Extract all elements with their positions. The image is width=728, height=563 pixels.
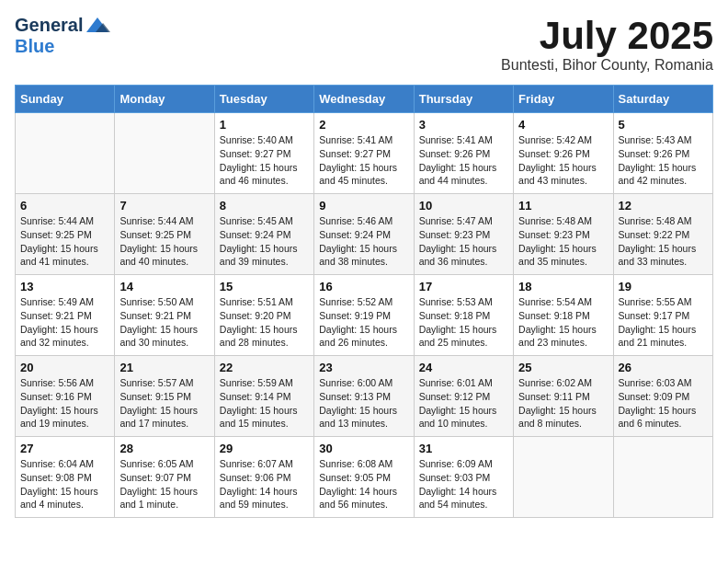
week-row-4: 27Sunrise: 6:04 AM Sunset: 9:08 PM Dayli… xyxy=(16,437,713,518)
calendar-cell: 30Sunrise: 6:08 AM Sunset: 9:05 PM Dayli… xyxy=(314,437,414,518)
day-number: 4 xyxy=(518,118,608,132)
day-info: Sunrise: 5:40 AM Sunset: 9:27 PM Dayligh… xyxy=(220,133,309,188)
day-info: Sunrise: 5:44 AM Sunset: 9:25 PM Dayligh… xyxy=(20,214,109,269)
calendar-cell: 24Sunrise: 6:01 AM Sunset: 9:12 PM Dayli… xyxy=(414,356,513,437)
calendar-cell: 27Sunrise: 6:04 AM Sunset: 9:08 PM Dayli… xyxy=(16,437,115,518)
weekday-header-tuesday: Tuesday xyxy=(214,86,313,113)
calendar-cell: 3Sunrise: 5:41 AM Sunset: 9:26 PM Daylig… xyxy=(414,113,513,194)
week-row-1: 6Sunrise: 5:44 AM Sunset: 9:25 PM Daylig… xyxy=(16,194,713,275)
day-info: Sunrise: 5:50 AM Sunset: 9:21 PM Dayligh… xyxy=(119,295,209,350)
week-row-0: 1Sunrise: 5:40 AM Sunset: 9:27 PM Daylig… xyxy=(16,113,713,194)
calendar-cell: 5Sunrise: 5:43 AM Sunset: 9:26 PM Daylig… xyxy=(613,113,712,194)
day-number: 25 xyxy=(518,361,608,374)
weekday-header-thursday: Thursday xyxy=(414,86,513,113)
day-number: 17 xyxy=(419,280,508,293)
day-info: Sunrise: 6:04 AM Sunset: 9:08 PM Dayligh… xyxy=(20,457,109,511)
day-info: Sunrise: 6:07 AM Sunset: 9:06 PM Dayligh… xyxy=(220,457,309,511)
day-info: Sunrise: 5:46 AM Sunset: 9:24 PM Dayligh… xyxy=(319,214,408,269)
weekday-header-wednesday: Wednesday xyxy=(314,86,414,113)
day-number: 11 xyxy=(518,199,608,213)
calendar-cell: 18Sunrise: 5:54 AM Sunset: 9:18 PM Dayli… xyxy=(514,275,613,356)
day-number: 3 xyxy=(419,118,508,132)
day-info: Sunrise: 5:43 AM Sunset: 9:26 PM Dayligh… xyxy=(619,133,708,188)
day-info: Sunrise: 6:08 AM Sunset: 9:05 PM Dayligh… xyxy=(319,457,408,511)
day-number: 20 xyxy=(20,361,109,374)
calendar-table: SundayMondayTuesdayWednesdayThursdayFrid… xyxy=(15,85,713,518)
day-number: 21 xyxy=(119,361,209,374)
calendar-cell xyxy=(16,113,115,194)
day-info: Sunrise: 5:48 AM Sunset: 9:23 PM Dayligh… xyxy=(518,214,608,269)
day-info: Sunrise: 5:44 AM Sunset: 9:25 PM Dayligh… xyxy=(119,214,209,269)
day-info: Sunrise: 5:59 AM Sunset: 9:14 PM Dayligh… xyxy=(220,376,309,431)
logo-icon xyxy=(85,16,110,36)
calendar-cell xyxy=(514,437,613,518)
day-number: 22 xyxy=(220,361,309,374)
calendar-cell: 29Sunrise: 6:07 AM Sunset: 9:06 PM Dayli… xyxy=(214,437,313,518)
day-info: Sunrise: 6:00 AM Sunset: 9:13 PM Dayligh… xyxy=(319,376,408,431)
week-row-3: 20Sunrise: 5:56 AM Sunset: 9:16 PM Dayli… xyxy=(16,356,713,437)
day-info: Sunrise: 6:01 AM Sunset: 9:12 PM Dayligh… xyxy=(419,376,508,431)
day-number: 24 xyxy=(419,361,508,374)
day-info: Sunrise: 5:42 AM Sunset: 9:26 PM Dayligh… xyxy=(518,133,608,188)
day-info: Sunrise: 5:47 AM Sunset: 9:23 PM Dayligh… xyxy=(419,214,508,269)
day-info: Sunrise: 6:02 AM Sunset: 9:11 PM Dayligh… xyxy=(518,376,608,431)
day-number: 10 xyxy=(419,199,508,213)
day-info: Sunrise: 5:52 AM Sunset: 9:19 PM Dayligh… xyxy=(319,295,408,350)
calendar-cell: 20Sunrise: 5:56 AM Sunset: 9:16 PM Dayli… xyxy=(16,356,115,437)
calendar-cell: 15Sunrise: 5:51 AM Sunset: 9:20 PM Dayli… xyxy=(214,275,313,356)
calendar-cell xyxy=(613,437,712,518)
weekday-header-friday: Friday xyxy=(514,86,613,113)
day-number: 29 xyxy=(220,442,309,455)
calendar-cell: 14Sunrise: 5:50 AM Sunset: 9:21 PM Dayli… xyxy=(115,275,214,356)
day-info: Sunrise: 5:57 AM Sunset: 9:15 PM Dayligh… xyxy=(119,376,209,431)
day-info: Sunrise: 5:45 AM Sunset: 9:24 PM Dayligh… xyxy=(220,214,309,269)
day-info: Sunrise: 5:53 AM Sunset: 9:18 PM Dayligh… xyxy=(419,295,508,350)
day-number: 13 xyxy=(20,280,109,293)
calendar-cell: 11Sunrise: 5:48 AM Sunset: 9:23 PM Dayli… xyxy=(514,194,613,275)
day-number: 14 xyxy=(119,280,209,293)
calendar-cell: 10Sunrise: 5:47 AM Sunset: 9:23 PM Dayli… xyxy=(414,194,513,275)
day-number: 12 xyxy=(619,199,708,213)
logo-general: General xyxy=(15,15,83,36)
day-number: 16 xyxy=(319,280,408,293)
calendar-cell: 21Sunrise: 5:57 AM Sunset: 9:15 PM Dayli… xyxy=(115,356,214,437)
logo-blue: Blue xyxy=(15,36,54,56)
logo: General Blue xyxy=(15,15,110,57)
month-title: July 2025 xyxy=(501,15,713,57)
calendar-cell: 31Sunrise: 6:09 AM Sunset: 9:03 PM Dayli… xyxy=(414,437,513,518)
calendar-cell: 9Sunrise: 5:46 AM Sunset: 9:24 PM Daylig… xyxy=(314,194,414,275)
day-number: 15 xyxy=(220,280,309,293)
calendar-cell: 1Sunrise: 5:40 AM Sunset: 9:27 PM Daylig… xyxy=(214,113,313,194)
calendar-cell: 7Sunrise: 5:44 AM Sunset: 9:25 PM Daylig… xyxy=(115,194,214,275)
day-info: Sunrise: 5:49 AM Sunset: 9:21 PM Dayligh… xyxy=(20,295,109,350)
weekday-header-monday: Monday xyxy=(115,86,214,113)
calendar-cell: 13Sunrise: 5:49 AM Sunset: 9:21 PM Dayli… xyxy=(16,275,115,356)
week-row-2: 13Sunrise: 5:49 AM Sunset: 9:21 PM Dayli… xyxy=(16,275,713,356)
day-info: Sunrise: 6:09 AM Sunset: 9:03 PM Dayligh… xyxy=(419,457,508,511)
calendar-cell: 25Sunrise: 6:02 AM Sunset: 9:11 PM Dayli… xyxy=(514,356,613,437)
day-number: 19 xyxy=(619,280,708,293)
day-info: Sunrise: 6:03 AM Sunset: 9:09 PM Dayligh… xyxy=(619,376,708,431)
calendar-cell: 8Sunrise: 5:45 AM Sunset: 9:24 PM Daylig… xyxy=(214,194,313,275)
day-number: 1 xyxy=(220,118,309,132)
day-info: Sunrise: 5:41 AM Sunset: 9:27 PM Dayligh… xyxy=(319,133,408,188)
day-number: 27 xyxy=(20,442,109,455)
day-info: Sunrise: 5:48 AM Sunset: 9:22 PM Dayligh… xyxy=(619,214,708,269)
day-number: 2 xyxy=(319,118,408,132)
day-info: Sunrise: 5:51 AM Sunset: 9:20 PM Dayligh… xyxy=(220,295,309,350)
calendar-cell: 17Sunrise: 5:53 AM Sunset: 9:18 PM Dayli… xyxy=(414,275,513,356)
day-info: Sunrise: 6:05 AM Sunset: 9:07 PM Dayligh… xyxy=(119,457,209,511)
calendar-cell: 28Sunrise: 6:05 AM Sunset: 9:07 PM Dayli… xyxy=(115,437,214,518)
calendar-cell: 19Sunrise: 5:55 AM Sunset: 9:17 PM Dayli… xyxy=(613,275,712,356)
day-info: Sunrise: 5:41 AM Sunset: 9:26 PM Dayligh… xyxy=(419,133,508,188)
day-number: 30 xyxy=(319,442,408,455)
calendar-cell: 12Sunrise: 5:48 AM Sunset: 9:22 PM Dayli… xyxy=(613,194,712,275)
day-number: 23 xyxy=(319,361,408,374)
calendar-cell: 23Sunrise: 6:00 AM Sunset: 9:13 PM Dayli… xyxy=(314,356,414,437)
page-header: General Blue July 2025 Buntesti, Bihor C… xyxy=(15,15,713,74)
day-info: Sunrise: 5:54 AM Sunset: 9:18 PM Dayligh… xyxy=(518,295,608,350)
day-info: Sunrise: 5:56 AM Sunset: 9:16 PM Dayligh… xyxy=(20,376,109,431)
weekday-header-saturday: Saturday xyxy=(613,86,712,113)
calendar-cell: 4Sunrise: 5:42 AM Sunset: 9:26 PM Daylig… xyxy=(514,113,613,194)
calendar-cell: 16Sunrise: 5:52 AM Sunset: 9:19 PM Dayli… xyxy=(314,275,414,356)
